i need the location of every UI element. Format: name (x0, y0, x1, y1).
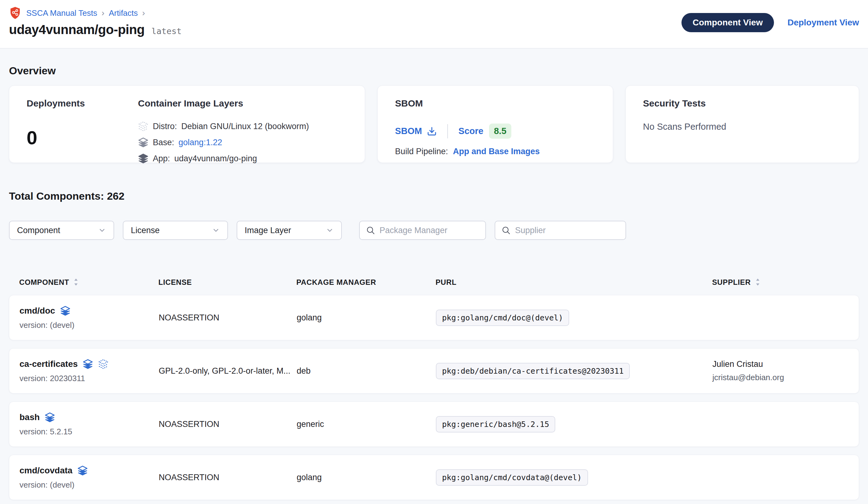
layers-filled-icon (138, 153, 148, 164)
component-filter-dropdown[interactable]: Component (9, 221, 114, 240)
sbom-card: SBOM SBOM Score 8.5 Build Pipeline: App … (378, 85, 613, 163)
package-manager-search-input[interactable] (380, 226, 479, 235)
layer-badge-icon (83, 359, 93, 369)
purl-chip[interactable]: pkg:golang/cmd/covdata@(devel) (436, 469, 588, 486)
table-row[interactable]: cmd/covdata version: (devel) NOASSERTION… (9, 455, 859, 500)
deployments-layers-card: Deployments 0 Container Image Layers Dis… (9, 85, 365, 163)
base-image-link[interactable]: golang:1.22 (178, 138, 222, 147)
layer-badge-dashed-icon (98, 359, 108, 369)
no-scans-message: No Scans Performed (643, 122, 841, 132)
table-row[interactable]: bash version: 5.2.15 NOASSERTION generic… (9, 402, 859, 447)
base-label: Base: (153, 138, 174, 147)
overview-cards: Deployments 0 Container Image Layers Dis… (9, 85, 859, 163)
purl-header-label: PURL (435, 278, 457, 287)
license-cell: NOASSERTION (159, 473, 297, 482)
deployment-view-link[interactable]: Deployment View (788, 18, 859, 28)
image-layer-filter-label: Image Layer (245, 226, 291, 235)
component-name: cmd/covdata (20, 466, 72, 475)
column-header-license: LICENSE (158, 278, 296, 287)
layer-badge-icon (78, 465, 88, 476)
image-layers-title: Container Image Layers (138, 98, 309, 109)
security-tests-card: Security Tests No Scans Performed (626, 85, 859, 163)
overview-heading: Overview (9, 65, 859, 77)
chevron-down-icon (98, 226, 106, 234)
layer-badge-icon (60, 305, 71, 316)
sbom-title: SBOM (395, 98, 595, 109)
layer-row-distro: Distro: Debian GNU/Linux 12 (bookworm) (138, 121, 309, 132)
column-header-package-manager: PACKAGE MANAGER (296, 278, 435, 287)
component-view-button[interactable]: Component View (681, 13, 774, 32)
score-badge: 8.5 (489, 123, 512, 139)
build-pipeline-link[interactable]: App and Base Images (453, 147, 540, 157)
supplier-name: Julien Cristau (712, 360, 848, 369)
layer-badge-icon (44, 412, 55, 423)
deployments-count: 0 (27, 127, 138, 149)
column-header-supplier[interactable]: SUPPLIER (712, 278, 849, 287)
package-manager-search (359, 221, 486, 240)
image-layer-filter-dropdown[interactable]: Image Layer (237, 221, 342, 240)
breadcrumb: SSCA Manual Tests › Artifacts › (9, 6, 182, 20)
layers-half-icon (138, 137, 148, 148)
license-filter-label: License (131, 226, 159, 235)
layers-dashed-icon (138, 121, 148, 132)
supplier-search (495, 221, 626, 240)
supplier-search-input[interactable] (515, 226, 619, 235)
distro-label: Distro: (153, 122, 177, 131)
component-version: version: (devel) (20, 480, 159, 490)
breadcrumb-separator: › (142, 8, 146, 18)
license-cell: NOASSERTION (159, 420, 297, 429)
sort-icon[interactable] (73, 278, 80, 287)
security-tests-title: Security Tests (643, 98, 841, 109)
column-header-component[interactable]: COMPONENT (19, 278, 158, 287)
layer-row-base: Base: golang:1.22 (138, 137, 309, 148)
total-components-heading: Total Components: 262 (9, 190, 859, 202)
sort-icon[interactable] (754, 278, 761, 287)
package-manager-cell: golang (297, 313, 436, 323)
layer-row-app: App: uday4vunnam/go-ping (138, 153, 309, 164)
deployments-title: Deployments (27, 98, 138, 109)
license-header-label: LICENSE (158, 278, 192, 287)
app-label: App: (153, 154, 170, 163)
supplier-email: jcristau@debian.org (712, 373, 848, 382)
purl-chip[interactable]: pkg:golang/cmd/doc@(devel) (436, 310, 569, 326)
score-label: Score (458, 126, 484, 136)
table-row[interactable]: ca-certificates version: 20230311 GPL-2.… (9, 348, 859, 393)
page-header: SSCA Manual Tests › Artifacts › uday4vun… (0, 0, 868, 49)
divider (447, 124, 448, 138)
component-name: cmd/doc (20, 306, 55, 316)
breadcrumb-link-artifacts[interactable]: Artifacts (109, 8, 138, 18)
component-version: version: (devel) (20, 320, 159, 330)
page-title: uday4vunnam/go-ping (9, 22, 145, 37)
chevron-down-icon (212, 226, 220, 234)
build-pipeline-label: Build Pipeline: (395, 147, 448, 157)
package-manager-cell: golang (297, 473, 436, 482)
app-value: uday4vunnam/go-ping (175, 154, 257, 163)
component-name: bash (20, 412, 40, 422)
breadcrumb-separator: › (101, 8, 105, 18)
component-version: version: 5.2.15 (20, 427, 159, 436)
filters-row: Component License Image Layer (9, 221, 859, 240)
column-header-purl: PURL (435, 278, 712, 287)
sbom-download-label: SBOM (395, 126, 422, 136)
component-filter-label: Component (17, 226, 60, 235)
ssca-shield-icon (9, 6, 21, 20)
license-cell: NOASSERTION (159, 313, 297, 323)
table-row[interactable]: cmd/doc version: (devel) NOASSERTION gol… (9, 295, 859, 340)
supplier-header-label: SUPPLIER (712, 278, 751, 287)
purl-chip[interactable]: pkg:deb/debian/ca-certificates@20230311 (436, 363, 630, 379)
sbom-download-link[interactable]: SBOM (395, 126, 437, 136)
license-filter-dropdown[interactable]: License (123, 221, 228, 240)
breadcrumb-link-project[interactable]: SSCA Manual Tests (26, 8, 97, 18)
search-icon (502, 226, 511, 235)
distro-value: Debian GNU/Linux 12 (bookworm) (181, 122, 309, 131)
search-icon (366, 226, 375, 235)
component-name: ca-certificates (20, 359, 78, 369)
package-manager-cell: generic (297, 420, 436, 429)
chevron-down-icon (326, 226, 334, 234)
component-version: version: 20230311 (20, 374, 159, 383)
download-icon (427, 126, 437, 136)
artifact-tag: latest (152, 26, 182, 36)
purl-chip[interactable]: pkg:generic/bash@5.2.15 (436, 416, 555, 433)
package-manager-cell: deb (297, 366, 436, 376)
package-manager-header-label: PACKAGE MANAGER (296, 278, 376, 287)
